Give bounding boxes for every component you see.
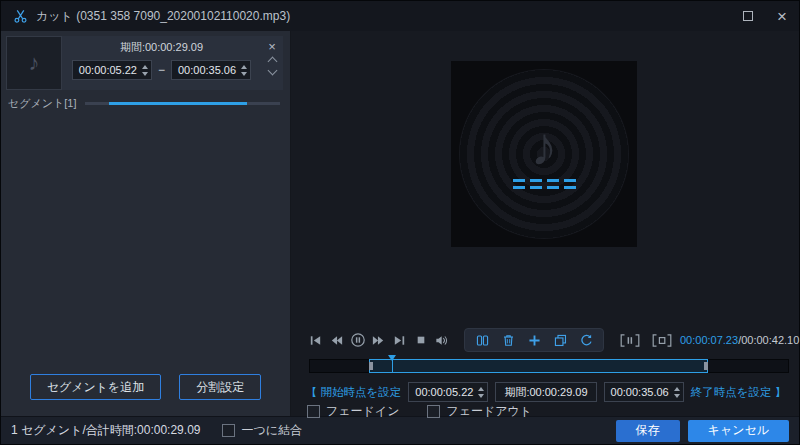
vinyl-disc: ♪ (459, 69, 629, 239)
fast-forward-button[interactable] (368, 329, 389, 351)
current-time: 00:00:07.23 (680, 334, 738, 346)
segment-card-body: 期間:00:00:29.09 00:00:05.22 − 00:00:35.06 (62, 36, 261, 90)
segment-card-side: × (261, 36, 283, 90)
segment-start-input[interactable]: 00:00:05.22 (72, 60, 152, 80)
spinner-down-icon[interactable] (142, 72, 148, 76)
segment-start-value: 00:00:05.22 (79, 64, 137, 76)
spinner[interactable] (674, 387, 680, 398)
chevron-down-icon[interactable] (267, 66, 277, 76)
trim-controls: 【 開始時点を設定 00:00:05.22 期間:00:00:29.09 00:… (301, 381, 791, 403)
timeline[interactable] (309, 359, 789, 373)
delete-button[interactable] (495, 329, 521, 351)
skip-end-button[interactable] (389, 329, 410, 351)
checkbox-box[interactable] (222, 424, 235, 437)
segment-range-bar (85, 102, 280, 105)
spinner-up-icon[interactable] (142, 65, 148, 69)
segment-summary: 1 セグメント/合計時間:00:00:29.09 (11, 422, 200, 439)
reset-button[interactable] (573, 329, 599, 351)
footer: 1 セグメント/合計時間:00:00:29.09 一つに結合 保存 キャンセル (1, 416, 799, 444)
playback-controls: 00:00:07.23/00:00:42.10 (305, 328, 789, 352)
time-display: 00:00:07.23/00:00:42.10 (680, 334, 799, 346)
segment-end-input[interactable]: 00:00:35.06 (171, 60, 251, 80)
fade-out-label: フェードアウト (446, 403, 532, 420)
trim-end-value: 00:00:35.06 (611, 386, 669, 398)
selection-region[interactable] (369, 359, 708, 373)
spinner-down-icon[interactable] (674, 394, 680, 398)
merge-label: 一つに結合 (241, 422, 302, 439)
fade-in-checkbox[interactable]: フェードイン (307, 403, 399, 420)
segment-time-range: 00:00:05.22 − 00:00:35.06 (72, 60, 251, 80)
window-controls: × (743, 8, 787, 25)
preview-segment-button[interactable] (616, 329, 644, 351)
split-button[interactable] (469, 329, 495, 351)
trim-end-input[interactable]: 00:00:35.06 (604, 382, 684, 402)
pause-button[interactable] (347, 329, 368, 351)
checkbox-box[interactable] (307, 405, 320, 418)
spinner[interactable] (241, 65, 247, 76)
split-settings-button[interactable]: 分割設定 (179, 374, 261, 400)
rewind-button[interactable] (326, 329, 347, 351)
set-start-button[interactable]: 【 開始時点を設定 (306, 385, 401, 400)
music-note-icon: ♪ (531, 119, 558, 173)
add-segment-button[interactable]: セグメントを追加 (30, 374, 162, 400)
segment-panel: ♪ 期間:00:00:29.09 00:00:05.22 − 00:00:35.… (1, 31, 291, 416)
music-note-icon: ♪ (29, 50, 40, 76)
skip-start-button[interactable] (305, 329, 326, 351)
window-title: カット (0351 358 7090_20200102110020.mp3) (36, 8, 290, 25)
segment-card[interactable]: ♪ 期間:00:00:29.09 00:00:05.22 − 00:00:35.… (6, 36, 283, 90)
preview-panel: ♪ (291, 31, 799, 416)
volume-button[interactable] (431, 329, 452, 351)
spinner-up-icon[interactable] (241, 65, 247, 69)
segment-range-fill (109, 102, 248, 105)
spinner[interactable] (478, 387, 484, 398)
selection-start-handle[interactable] (369, 362, 373, 370)
trim-start-input[interactable]: 00:00:05.22 (408, 382, 488, 402)
cut-dialog: カット (0351 358 7090_20200102110020.mp3) ×… (0, 0, 800, 445)
copy-button[interactable] (547, 329, 573, 351)
album-art: ♪ (451, 61, 637, 247)
segment-end-value: 00:00:35.06 (178, 64, 236, 76)
range-dash: − (158, 63, 165, 77)
fade-in-label: フェードイン (326, 403, 399, 420)
cancel-button[interactable]: キャンセル (688, 420, 789, 442)
titlebar: カット (0351 358 7090_20200102110020.mp3) × (1, 1, 799, 31)
footer-buttons: 保存 キャンセル (616, 420, 789, 442)
fade-out-checkbox[interactable]: フェードアウト (427, 403, 532, 420)
scissors-icon (13, 9, 28, 24)
close-button[interactable]: × (777, 8, 787, 25)
set-end-button[interactable]: 終了時点を設定 】 (691, 385, 786, 400)
segment-duration-label: 期間:00:00:29.09 (120, 40, 203, 55)
spinner-up-icon[interactable] (478, 387, 484, 391)
save-button[interactable]: 保存 (616, 420, 680, 442)
duration-display: 期間:00:00:29.09 (495, 382, 596, 402)
checkbox-box[interactable] (427, 405, 440, 418)
segment-panel-buttons: セグメントを追加 分割設定 (1, 374, 290, 400)
playhead[interactable] (392, 355, 393, 372)
segment-delete-icon[interactable]: × (268, 40, 276, 53)
add-button[interactable] (521, 329, 547, 351)
spinner-up-icon[interactable] (674, 387, 680, 391)
spinner[interactable] (142, 65, 148, 76)
maximize-button[interactable] (743, 11, 753, 21)
stop-segment-button[interactable] (648, 329, 676, 351)
spinner-down-icon[interactable] (241, 72, 247, 76)
trim-start-value: 00:00:05.22 (415, 386, 473, 398)
segment-tools (464, 328, 604, 352)
merge-checkbox[interactable]: 一つに結合 (222, 422, 302, 439)
main-area: ♪ 期間:00:00:29.09 00:00:05.22 − 00:00:35.… (1, 31, 799, 416)
total-time: /00:00:42.10 (738, 334, 799, 346)
segment-thumbnail: ♪ (6, 36, 62, 90)
fade-options: フェードイン フェードアウト (307, 403, 532, 420)
segment-label-row: セグメント[1] (8, 96, 280, 111)
segment-name: セグメント[1] (8, 96, 77, 111)
equalizer-bars (513, 179, 576, 189)
selection-end-handle[interactable] (704, 362, 708, 370)
spinner-down-icon[interactable] (478, 394, 484, 398)
stop-button[interactable] (410, 329, 431, 351)
